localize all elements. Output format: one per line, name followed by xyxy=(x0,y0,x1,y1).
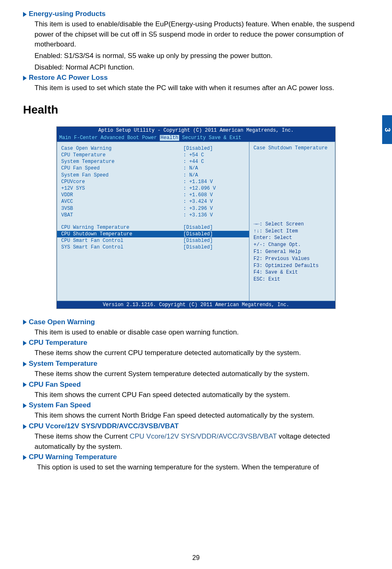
body-text: This item is used to enable/disable the … xyxy=(35,19,369,50)
bios-setting-value: : +3.296 V xyxy=(183,205,245,212)
bios-setting-value: : +12.096 V xyxy=(183,185,245,192)
bios-setting-row[interactable]: CPU Smart Fan Control[Disabled] xyxy=(61,237,245,244)
bios-help-line: F1: General Help xyxy=(254,249,331,255)
bios-left-panel: Case Open Warning[Disabled]CPU Temperatu… xyxy=(57,142,249,301)
section-vcore: CPU Vcore/12V SYS/VDDR/AVCC/3VSB/VBAT xyxy=(23,422,369,430)
bios-setting-label: System Temperature xyxy=(61,158,183,165)
page-tab-number: 3 xyxy=(383,128,391,132)
bios-setting-label: CPU Warning Temperature xyxy=(61,224,183,231)
bios-setting-row[interactable]: CPU Fan Speed: N/A xyxy=(61,165,245,172)
section-case-open: Case Open Warning xyxy=(23,318,369,326)
bios-setting-label: CPU Shutdown Temperature xyxy=(61,231,183,237)
body-text: These items show the current CPU tempera… xyxy=(35,348,369,358)
section-restore-ac: Restore AC Power Loss xyxy=(23,74,369,82)
bios-body: Case Open Warning[Disabled]CPU Temperatu… xyxy=(57,142,335,301)
heading-text: System Fan Speed xyxy=(29,401,91,409)
triangle-right-icon xyxy=(23,424,27,429)
bios-menu-active[interactable]: Health xyxy=(160,135,179,141)
bios-setting-row[interactable]: SYS Smart Fan Control[Disabled] xyxy=(61,244,245,251)
bios-help-description: Case Shutdown Temperature xyxy=(254,145,331,151)
section-sys-fan: System Fan Speed xyxy=(23,401,369,409)
heading-text: System Temperature xyxy=(29,360,97,367)
bios-help-line: F3: Optimized Defaults xyxy=(254,262,331,269)
bios-setting-row[interactable]: VBAT: +3.136 V xyxy=(61,212,245,218)
bios-menu-items[interactable]: Main F-Center Advanced Boot Power xyxy=(59,135,157,141)
heading-text: CPU Temperature xyxy=(29,339,87,346)
bios-setting-row[interactable]: CPU Temperature: +54 C xyxy=(61,152,245,158)
section-cpu-fan: CPU Fan Speed xyxy=(23,381,369,389)
page-content: Energy-using Products This item is used … xyxy=(0,0,392,473)
bios-setting-label: VBAT xyxy=(61,212,183,218)
bios-setting-label: CPU Smart Fan Control xyxy=(61,237,183,244)
bios-setting-label: +12V SYS xyxy=(61,185,183,192)
bios-help-line: F4: Save & Exit xyxy=(254,269,331,276)
bios-help-line: +/-: Change Opt. xyxy=(254,242,331,249)
bios-setting-row[interactable]: CPUVcore: +1.184 V xyxy=(61,179,245,185)
triangle-right-icon xyxy=(23,12,27,17)
bios-setting-value: [Disabled] xyxy=(183,231,245,237)
body-text: These items show the current System temp… xyxy=(35,369,369,379)
bios-setting-value: : +1.184 V xyxy=(183,179,245,185)
bios-setting-value: : +3.136 V xyxy=(183,212,245,218)
bios-help-line: →←: Select Screen xyxy=(254,221,331,228)
heading-text: Restore AC Power Loss xyxy=(29,74,108,81)
section-energy-products: Energy-using Products xyxy=(23,10,369,18)
bios-setting-row[interactable]: Case Open Warning[Disabled] xyxy=(61,145,245,152)
bios-setting-row[interactable]: +12V SYS: +12.096 V xyxy=(61,185,245,192)
bios-help-line: Enter: Select xyxy=(254,235,331,242)
bios-setting-value: : N/A xyxy=(183,172,245,179)
heading-text: CPU Fan Speed xyxy=(29,381,81,388)
triangle-right-icon xyxy=(23,403,27,408)
page-number: 29 xyxy=(0,554,392,562)
bios-setting-row[interactable]: VDDR: +1.608 V xyxy=(61,192,245,198)
bios-setting-label: Case Open Warning xyxy=(61,145,183,152)
section-cpu-temp: CPU Temperature xyxy=(23,339,369,347)
triangle-right-icon xyxy=(23,341,27,346)
bios-setting-value: : +3.424 V xyxy=(183,198,245,205)
bios-setting-label: CPU Fan Speed xyxy=(61,165,183,172)
bios-setting-label: VDDR xyxy=(61,192,183,198)
body-text: Enabled: S1/S3/S4 is normal, S5 wake up … xyxy=(35,51,369,61)
bios-help-line: F2: Previous Values xyxy=(254,255,331,262)
triangle-right-icon xyxy=(23,320,27,325)
section-cpu-warning: CPU Warning Temperature xyxy=(23,453,369,461)
bios-setting-value: : N/A xyxy=(183,165,245,172)
bios-setting-row[interactable]: 3VSB: +3.296 V xyxy=(61,205,245,212)
bios-help-line: ESC: Exit xyxy=(254,276,331,283)
triangle-right-icon xyxy=(23,455,27,460)
bios-setting-value: : +54 C xyxy=(183,152,245,158)
triangle-right-icon xyxy=(23,362,27,367)
bios-screenshot: Aptio Setup Utility - Copyright (C) 2011… xyxy=(56,126,336,309)
triangle-right-icon xyxy=(23,382,27,387)
bios-setting-row[interactable]: System Temperature: +44 C xyxy=(61,158,245,165)
body-text: This option is used to set the warning t… xyxy=(37,462,369,473)
body-text: This item shows the current North Bridge… xyxy=(35,411,369,421)
page-tab: 3 xyxy=(382,115,392,144)
bios-setting-value: [Disabled] xyxy=(183,224,245,231)
bios-setting-row[interactable]: System Fan Speed: N/A xyxy=(61,172,245,179)
bios-setting-label: AVCC xyxy=(61,198,183,205)
bios-setting-value: [Disabled] xyxy=(183,145,245,152)
section-sys-temp: System Temperature xyxy=(23,360,369,368)
bios-setting-label: CPU Temperature xyxy=(61,152,183,158)
bios-menu-items[interactable]: Security Save & Exit xyxy=(179,135,241,141)
bios-setting-label: SYS Smart Fan Control xyxy=(61,244,183,251)
body-text: This item is used to set which state the… xyxy=(35,83,369,93)
bios-setting-row[interactable]: CPU Warning Temperature[Disabled] xyxy=(61,224,245,231)
bios-setting-value: [Disabled] xyxy=(183,237,245,244)
bios-header: Aptio Setup Utility - Copyright (C) 2011… xyxy=(57,127,335,134)
bios-menu-bar: Main F-Center Advanced Boot Power Health… xyxy=(57,134,335,142)
heading-text: Energy-using Products xyxy=(29,10,106,18)
bios-setting-row[interactable]: AVCC: +3.424 V xyxy=(61,198,245,205)
bios-setting-label: 3VSB xyxy=(61,205,183,212)
bios-setting-value: : +44 C xyxy=(183,158,245,165)
bios-help-line: ↑↓: Select Item xyxy=(254,228,331,235)
bios-setting-label: System Fan Speed xyxy=(61,172,183,179)
heading-text: CPU Warning Temperature xyxy=(29,453,117,461)
health-heading: Health xyxy=(23,103,369,116)
bios-setting-row[interactable]: CPU Shutdown Temperature[Disabled] xyxy=(57,231,249,237)
triangle-right-icon xyxy=(23,76,27,81)
body-text: These items show the Current CPU Vcore/1… xyxy=(35,432,369,452)
bios-setting-value: [Disabled] xyxy=(183,244,245,251)
body-text: Disabled: Normal ACPI function. xyxy=(35,63,369,73)
